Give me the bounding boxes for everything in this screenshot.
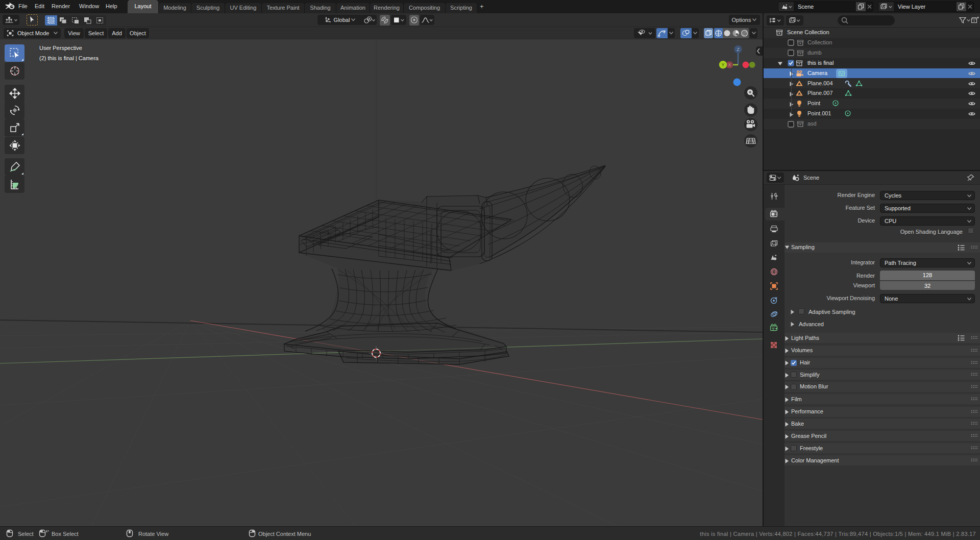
svg-text:Z: Z xyxy=(737,47,740,52)
svg-text:X: X xyxy=(728,62,731,67)
svg-text:Y: Y xyxy=(721,62,724,67)
